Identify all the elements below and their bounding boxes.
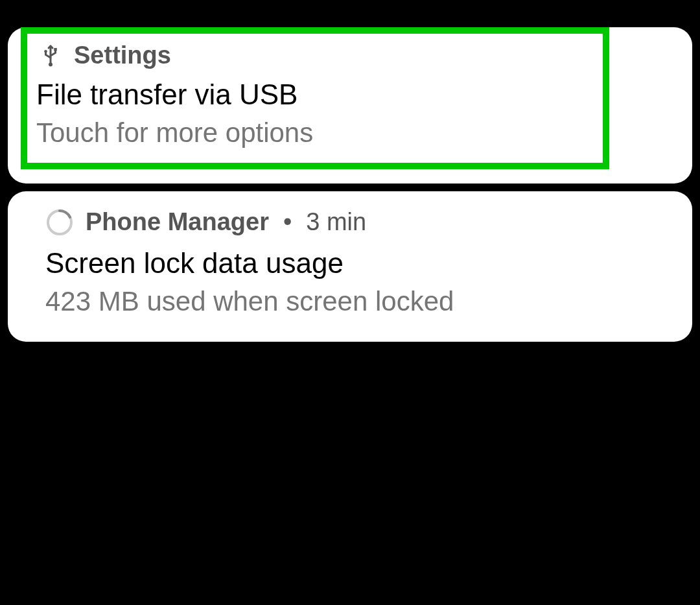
notification-subtitle: Touch for more options	[36, 115, 591, 151]
notification-header: Settings	[39, 42, 591, 69]
notification-time: 3 min	[306, 208, 366, 236]
notification-title: File transfer via USB	[36, 76, 591, 113]
notification-title: Screen lock data usage	[45, 244, 666, 281]
notification-app-name: Settings	[74, 42, 171, 69]
notification-card-phone-manager[interactable]: Phone Manager • 3 min Screen lock data u…	[8, 191, 692, 342]
spinner-icon	[45, 208, 74, 237]
svg-point-1	[44, 50, 47, 53]
usb-icon	[39, 44, 62, 67]
notification-card-settings[interactable]: Settings File transfer via USB Touch for…	[8, 27, 692, 184]
svg-rect-2	[54, 48, 57, 51]
notification-highlight-box: Settings File transfer via USB Touch for…	[21, 27, 609, 169]
separator: •	[283, 208, 292, 236]
notification-app-name: Phone Manager	[86, 208, 269, 236]
notification-header: Phone Manager • 3 min	[45, 208, 666, 237]
svg-point-0	[49, 62, 52, 66]
notification-subtitle: 423 MB used when screen locked	[45, 284, 666, 320]
